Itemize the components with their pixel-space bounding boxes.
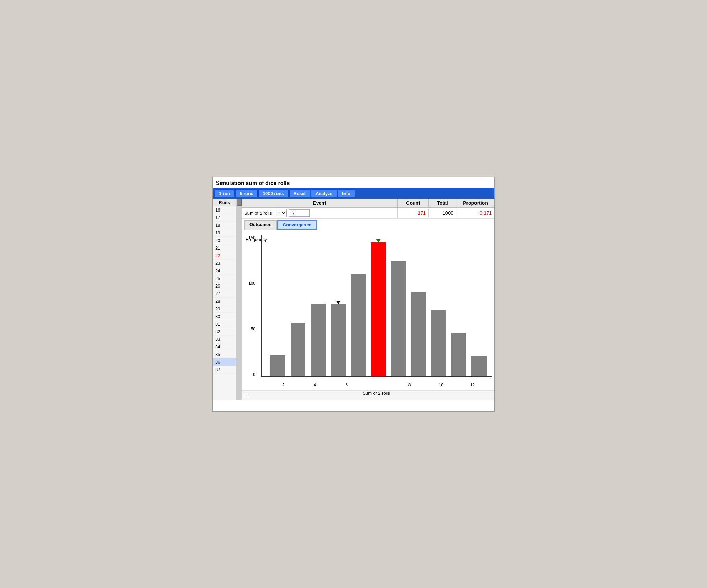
header-event: Event	[242, 199, 398, 207]
sidebar-item[interactable]: 18	[213, 222, 236, 229]
sidebar-item[interactable]: 21	[213, 244, 236, 252]
sidebar-item[interactable]: 23	[213, 260, 236, 267]
bars-area	[261, 235, 492, 377]
x-label-2: 2	[268, 383, 299, 388]
chart-container: 0 50 100 150 2 4 6 8 10	[261, 235, 492, 388]
x-label-4: 4	[299, 383, 331, 388]
total-cell: 1000	[429, 209, 456, 217]
bar	[291, 323, 305, 376]
scrollbar[interactable]	[237, 199, 242, 400]
sidebar: Runs 16171819202122232425262728293031323…	[213, 199, 237, 400]
y-label-50: 50	[248, 327, 255, 332]
bar	[331, 304, 346, 376]
x-label-7-marker	[362, 383, 394, 388]
y-label-100: 100	[248, 281, 255, 286]
bar-group	[268, 235, 287, 376]
bar	[451, 333, 466, 376]
btn-1run[interactable]: 1 run	[215, 189, 235, 197]
chart-area: Frequency 0 50 100 150 2 4	[242, 230, 494, 390]
header-count: Count	[398, 199, 429, 207]
btn-5runs[interactable]: 5 runs	[235, 189, 258, 197]
btn-analyze[interactable]: Analyze	[311, 189, 337, 197]
x-label-6: 6	[331, 383, 362, 388]
sidebar-item[interactable]: 28	[213, 298, 236, 305]
sidebar-item[interactable]: 36	[213, 358, 236, 366]
sidebar-item[interactable]: 19	[213, 229, 236, 237]
black-marker-icon	[336, 301, 341, 304]
operator-select[interactable]: =	[274, 209, 287, 217]
event-value: 7	[289, 209, 310, 217]
main-content: Runs 16171819202122232425262728293031323…	[213, 199, 494, 400]
bar-group	[369, 235, 388, 376]
right-panel: Event Count Total Proportion Sum of 2 ro…	[242, 199, 494, 400]
x-label-10: 10	[425, 383, 457, 388]
x-axis-labels: 2 4 6 8 10 12	[261, 383, 492, 388]
bar	[391, 261, 406, 376]
sidebar-item[interactable]: 27	[213, 290, 236, 298]
y-label-150: 150	[248, 235, 255, 240]
bar-group	[470, 235, 488, 376]
y-label-0: 0	[248, 372, 255, 377]
title-bar: Simulation sum of dice rolls	[213, 177, 494, 188]
sidebar-item[interactable]: 16	[213, 206, 236, 214]
sidebar-item[interactable]: 34	[213, 343, 236, 351]
sidebar-item[interactable]: 29	[213, 305, 236, 313]
btn-reset[interactable]: Reset	[289, 189, 310, 197]
header-proportion: Proportion	[456, 199, 494, 207]
bar-group	[329, 235, 348, 376]
data-row: Sum of 2 rolls = 7 171 1000 0.171	[242, 208, 494, 219]
bar-group	[409, 235, 428, 376]
green-marker-icon	[376, 239, 381, 242]
tab-convergence[interactable]: Convergence	[277, 220, 317, 230]
sidebar-item[interactable]: 25	[213, 275, 236, 282]
sidebar-item[interactable]: 26	[213, 282, 236, 290]
window-title: Simulation sum of dice rolls	[216, 180, 290, 186]
bar-group	[349, 235, 368, 376]
count-cell: 171	[398, 209, 429, 217]
sidebar-item[interactable]: 24	[213, 267, 236, 275]
toolbar: 1 run5 runs1000 runsResetAnalyzeInfo	[213, 188, 494, 199]
x-label-8: 8	[394, 383, 425, 388]
sidebar-item[interactable]: 30	[213, 313, 236, 320]
bar	[351, 274, 366, 376]
bar	[471, 356, 486, 376]
highlighted-bar	[371, 242, 386, 376]
btn-info[interactable]: Info	[338, 189, 355, 197]
main-window: Simulation sum of dice rolls 1 run5 runs…	[212, 177, 495, 412]
sidebar-item[interactable]: 33	[213, 336, 236, 343]
proportion-cell: 0.171	[456, 209, 494, 217]
sidebar-item[interactable]: 17	[213, 214, 236, 222]
bar-group	[289, 235, 307, 376]
sidebar-header: Runs	[213, 199, 236, 206]
sidebar-item[interactable]: 31	[213, 320, 236, 328]
bar	[411, 292, 426, 376]
x-axis-title: Sum of 2 rolls	[261, 391, 492, 396]
bar	[270, 355, 285, 376]
sidebar-item[interactable]: 22	[213, 252, 236, 260]
sidebar-item[interactable]: 37	[213, 366, 236, 374]
event-cell: Sum of 2 rolls = 7	[242, 208, 398, 218]
sidebar-item[interactable]: 20	[213, 237, 236, 244]
sidebar-item[interactable]: 35	[213, 351, 236, 358]
header-total: Total	[429, 199, 456, 207]
scroll-thumb[interactable]	[237, 199, 242, 206]
y-axis-labels: 0 50 100 150	[248, 235, 255, 388]
bar-group	[309, 235, 327, 376]
bar-group	[430, 235, 448, 376]
bar-group	[389, 235, 408, 376]
bar	[311, 304, 326, 376]
tab-bar: Outcomes Convergence	[242, 219, 494, 230]
btn-1000runs[interactable]: 1000 runs	[258, 189, 289, 197]
event-label: Sum of 2 rolls	[244, 211, 272, 216]
sidebar-item[interactable]: 32	[213, 328, 236, 336]
table-header: Event Count Total Proportion	[242, 199, 494, 208]
tab-outcomes[interactable]: Outcomes	[244, 220, 277, 230]
bar	[431, 310, 446, 376]
x-label-12: 12	[457, 383, 488, 388]
bar-group	[450, 235, 468, 376]
